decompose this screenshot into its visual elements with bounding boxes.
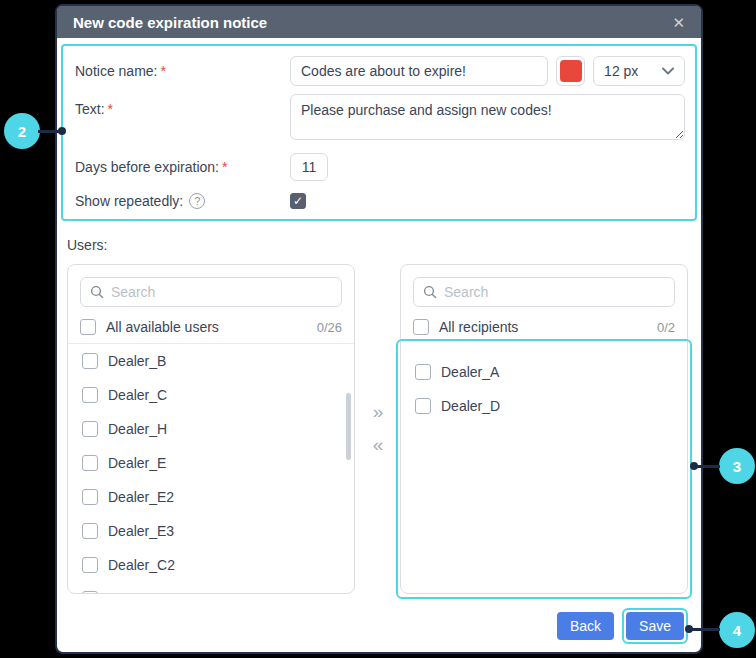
available-count: 0/26 [317, 320, 342, 335]
dialog-title: New code expiration notice [73, 14, 267, 31]
required-asterisk: * [222, 159, 227, 175]
notice-name-label-text: Notice name: [75, 63, 157, 79]
show-repeatedly-row: Show repeatedly: ? ✓ [75, 193, 685, 209]
annotation-line-3 [696, 465, 720, 468]
user-checkbox[interactable] [415, 398, 431, 414]
user-name: Dealer_D [441, 398, 500, 414]
required-asterisk: * [160, 63, 165, 79]
user-checkbox[interactable] [82, 421, 98, 437]
list-item[interactable]: Dealer_E3 [68, 514, 354, 548]
text-row: Text:* Please purchase and assign new co… [75, 94, 685, 140]
dialog-footer: Back Save [557, 608, 688, 644]
select-all-available-checkbox[interactable] [80, 319, 96, 335]
text-label-text: Text: [75, 101, 105, 117]
user-checkbox[interactable] [82, 489, 98, 505]
user-name: Dealer_C [108, 387, 167, 403]
font-size-value: 12 px [604, 63, 638, 79]
search-icon [423, 285, 437, 299]
recipients-list: Dealer_A Dealer_D [401, 343, 687, 423]
list-item[interactable]: Dealer_C [68, 378, 354, 412]
select-all-recipients-label: All recipients [439, 319, 518, 335]
user-checkbox[interactable] [82, 387, 98, 403]
list-item[interactable]: Dealer_H [68, 412, 354, 446]
list-item[interactable]: User_A1 [68, 582, 354, 594]
annotation-dot-2 [58, 127, 66, 135]
user-name: Dealer_E [108, 455, 166, 471]
close-icon[interactable]: ✕ [672, 15, 685, 30]
days-row: Days before expiration:* [75, 153, 685, 181]
new-notice-dialog: New code expiration notice ✕ Notice name… [55, 4, 703, 654]
show-repeatedly-label-text: Show repeatedly: [75, 193, 183, 209]
recipients-search-box [413, 277, 675, 307]
chevron-down-icon [662, 67, 674, 75]
scrollbar-thumb[interactable] [346, 393, 351, 460]
list-item[interactable]: Dealer_E [68, 446, 354, 480]
show-repeatedly-checkbox[interactable]: ✓ [290, 193, 306, 209]
available-search-box [80, 277, 342, 307]
move-right-button[interactable]: » [373, 402, 383, 421]
notice-name-row: Notice name:* 12 px [75, 56, 685, 86]
user-name: User_A1 [108, 591, 162, 594]
page-background: New code expiration notice ✕ Notice name… [0, 0, 756, 658]
annotation-dot-4 [685, 625, 693, 633]
list-item[interactable]: Dealer_D [401, 389, 687, 423]
days-label-text: Days before expiration: [75, 159, 219, 175]
text-input[interactable]: Please purchase and assign new codes! [290, 94, 685, 140]
recipients-search-input[interactable] [444, 284, 665, 300]
user-name: Dealer_E3 [108, 523, 174, 539]
select-all-recipients-checkbox[interactable] [413, 319, 429, 335]
available-users-panel: All available users 0/26 Dealer_B D [67, 264, 355, 594]
color-picker-button[interactable] [556, 56, 585, 86]
user-name: Dealer_C2 [108, 557, 175, 573]
annotation-badge-2: 2 [4, 113, 40, 149]
list-item[interactable]: Dealer_C2 [68, 548, 354, 582]
user-checkbox[interactable] [82, 557, 98, 573]
save-button[interactable]: Save [626, 612, 684, 640]
user-name: Dealer_B [108, 353, 166, 369]
notice-name-input[interactable] [290, 56, 548, 86]
user-name: Dealer_E2 [108, 489, 174, 505]
back-button[interactable]: Back [557, 612, 614, 640]
search-icon [90, 285, 104, 299]
dialog-header: New code expiration notice ✕ [57, 6, 701, 38]
users-transfer: All available users 0/26 Dealer_B D [67, 264, 701, 594]
font-size-select[interactable]: 12 px [593, 56, 685, 86]
notice-form-highlight: Notice name:* 12 px Text:* Please purch [61, 44, 697, 221]
user-checkbox[interactable] [82, 455, 98, 471]
help-icon[interactable]: ? [189, 193, 205, 209]
notice-name-label: Notice name:* [75, 63, 290, 79]
user-checkbox[interactable] [82, 591, 98, 594]
annotation-line-4 [691, 628, 720, 631]
select-all-available-row: All available users 0/26 [68, 311, 354, 343]
users-section-label: Users: [67, 237, 701, 253]
text-label: Text:* [75, 94, 290, 117]
days-input[interactable] [290, 153, 328, 181]
available-search-input[interactable] [111, 284, 332, 300]
annotation-dot-3 [690, 462, 698, 470]
available-users-list: Dealer_B Dealer_C Dealer_H [68, 344, 354, 594]
check-icon: ✓ [293, 195, 303, 207]
move-left-button[interactable]: « [373, 435, 383, 454]
required-asterisk: * [108, 101, 113, 117]
days-label: Days before expiration:* [75, 159, 290, 175]
annotation-badge-3: 3 [719, 448, 755, 484]
list-item[interactable]: Dealer_B [68, 344, 354, 378]
list-item[interactable]: Dealer_E2 [68, 480, 354, 514]
list-item[interactable]: Dealer_A [401, 355, 687, 389]
select-all-recipients-row: All recipients 0/2 [401, 311, 687, 343]
select-all-available-label: All available users [106, 319, 219, 335]
transfer-buttons: » « [355, 264, 400, 594]
recipients-count: 0/2 [657, 320, 675, 335]
user-name: Dealer_H [108, 421, 167, 437]
save-highlight: Save [622, 608, 688, 644]
recipients-panel: All recipients 0/2 Dealer_A [400, 264, 688, 594]
user-checkbox[interactable] [415, 364, 431, 380]
show-repeatedly-label: Show repeatedly: ? [75, 193, 290, 209]
color-swatch [560, 60, 582, 82]
recipients-panel-clip: All recipients 0/2 Dealer_A [401, 265, 687, 593]
user-checkbox[interactable] [82, 353, 98, 369]
user-name: Dealer_A [441, 364, 499, 380]
annotation-badge-4: 4 [719, 612, 755, 648]
user-checkbox[interactable] [82, 523, 98, 539]
